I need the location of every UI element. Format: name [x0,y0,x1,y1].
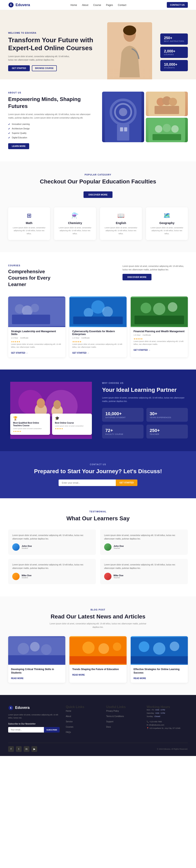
footer-docs[interactable]: Docs [106,726,111,728]
math-icon: ⊞ [12,212,46,219]
about-img-tall [102,92,144,142]
classroom-svg [148,118,185,142]
browse-course-button[interactable]: BROWSE COURSE [32,65,57,71]
testimonial-text-0: Lorem ipsum dolor sit amet, consectetur … [12,534,92,540]
blog-body-1: Trends Shaping the Future of Education R… [69,665,127,679]
get-started-button[interactable]: GET STARTED [8,65,30,71]
course-cta-1[interactable]: GET STARTED → [72,352,89,354]
nav-about[interactable]: About [82,4,88,6]
blog-body-2: Effective Strategies for Online Learning… [131,665,188,683]
course-1-svg [69,297,127,327]
svg-point-15 [169,98,177,106]
check-icon-0: ✔ [8,123,10,126]
hero-person-image [107,22,152,80]
svg-text:E: E [10,3,12,6]
footer-privacy[interactable]: Privacy Policy [106,710,119,712]
svg-rect-59 [131,656,188,664]
partner-stat-3-label: TEACHER [150,433,185,435]
footer-terms[interactable]: Terms & Conditions [106,715,124,717]
partner-stat-3-num: 250+ [150,428,185,433]
nav-pages[interactable]: Pages [106,4,113,6]
social-youtube[interactable]: ▶ [31,746,37,752]
nav-home[interactable]: Home [71,4,77,6]
social-linkedin[interactable]: in [24,746,29,752]
social-facebook[interactable]: f [8,746,14,752]
discover-more-button[interactable]: DISCOVER MORE [84,191,112,198]
footer-subscribe-button[interactable]: SUBSCRIBE [44,727,60,733]
geography-desc: Lorem ipsum dolor sit amet, consectetur … [150,226,184,235]
svg-point-25 [31,304,39,312]
courses-header-right: Lorem ipsum dolor sit amet, consectetur … [122,265,188,280]
author-role-2: Student [22,577,31,579]
stat-instructors-number: 250+ [164,36,184,40]
svg-rect-54 [69,656,127,664]
course-cta-0[interactable]: GET STARTED → [11,352,28,354]
logo-text: Eduvera [16,3,30,7]
category-english[interactable]: 📖 English Lorem ipsum dolor sit amet, co… [100,207,142,240]
about-left: ABOUT US Empowering Minds, Shaping Futur… [8,92,94,149]
stat-instructors-label: BEST INSTRUCTORS [164,40,184,42]
course-duration-1: 1.5 Hour [72,337,79,339]
partner-stat-0-num: 10,000+ [105,411,140,416]
footer-email-input[interactable] [8,727,44,733]
about-checklist: ✔Innovative Learning ✔Architecture Desig… [8,123,94,139]
stat-students-label: STUDENTS [164,67,184,69]
courses-grid: Strategic Leadership and Management Skil… [8,297,188,357]
svg-rect-16 [155,106,179,114]
author-info-1: John Doe Teacher [113,545,124,549]
nav-contact[interactable]: Contact [118,4,126,6]
partner-overlay-cards: 🏆 Most Qualified Best Online Teachers Co… [10,413,92,435]
courses-description: Lorem ipsum dolor sit amet, consectetur … [122,265,188,271]
footer-link-service[interactable]: Service [66,720,73,723]
footer-support[interactable]: Support [106,720,113,723]
footer-link-home[interactable]: Home [66,710,71,712]
course-card-2: Financial Planning and Wealth Management… [131,297,188,357]
blog-readmore-0[interactable]: READ MORE [11,677,24,679]
course-stars-1: ★★★★★ [72,341,124,343]
hero-stats: 250+ BEST INSTRUCTORS 2,000+ COURSES 10,… [156,33,188,80]
learn-more-button[interactable]: LEARN MORE [8,143,29,149]
author-info-0: John Doe Student [22,545,32,549]
footer-working-hours: Working Hours Mon - Fri : 8:00 - 6 PM Sa… [147,705,188,735]
popular-title: Checkout Our Popular Education Faculties [8,178,188,185]
author-role-3: Teacher [113,577,123,579]
social-twitter[interactable]: t [16,746,22,752]
footer-address: 📍 123 Anywhere St., Any City, ST 12345 [147,727,188,729]
course-cta-2[interactable]: GET STARTED → [134,349,150,351]
partner-left: 🏆 Most Qualified Best Online Teachers Co… [8,382,94,439]
quick-links-list: Home About Service Courses FAQs [66,709,100,734]
footer-link-faqs[interactable]: FAQs [66,731,71,733]
courses-discover-button[interactable]: DISCOVER MORE [122,274,151,280]
cta-email-input[interactable] [59,479,116,486]
svg-point-4 [123,26,136,35]
blog-readmore-2[interactable]: READ MORE [134,677,146,679]
partner-card-teachers-desc: Lorem ipsum dolor sit amet consectetur [13,428,47,430]
footer-link-about[interactable]: About [66,715,71,717]
contact-us-button[interactable]: CONTACT US [167,2,188,8]
course-2-svg [131,297,188,327]
svg-point-19 [155,125,162,133]
category-geography[interactable]: 🗺️ Geography Lorem ipsum dolor sit amet,… [146,207,188,240]
svg-point-53 [113,643,121,651]
blog-description: Lorem ipsum dolor sit amet, consectetur … [47,622,149,629]
footer-newsletter-label: Subscribe to Our Newsletter [8,723,60,725]
nav-course[interactable]: Course [93,4,101,6]
category-chemistry[interactable]: ⚗️ Chemistry Lorem ipsum dolor sit amet,… [54,207,96,240]
cta-submit-button[interactable]: GET STARTED [116,479,137,486]
footer: E Eduvera Lorem ipsum dolor sit amet, co… [0,695,196,756]
course-desc-1: Lorem ipsum dolor sit amet, consectetur … [72,343,124,349]
author-name-0: John Doe [22,545,32,547]
course-title-2: Financial Planning and Wealth Management [134,330,185,333]
footer-link-courses[interactable]: Courses [66,726,73,728]
blog-readmore-1[interactable]: READ MORE [72,674,85,676]
svg-point-58 [170,642,179,651]
testimonials-label: TESTIMONIAL [8,510,188,513]
chemistry-name: Chemistry [58,221,92,225]
nav-logo[interactable]: E Eduvera [8,2,30,8]
svg-point-56 [139,641,149,652]
svg-point-30 [102,307,113,317]
partner-stat-0: 10,000+ SATISFIED STUDENT [102,408,143,422]
category-math[interactable]: ⊞ Math Lorem ipsum dolor sit amet, conse… [8,207,50,240]
stat-courses: 2,000+ COURSES [160,47,188,58]
svg-point-29 [84,308,93,317]
